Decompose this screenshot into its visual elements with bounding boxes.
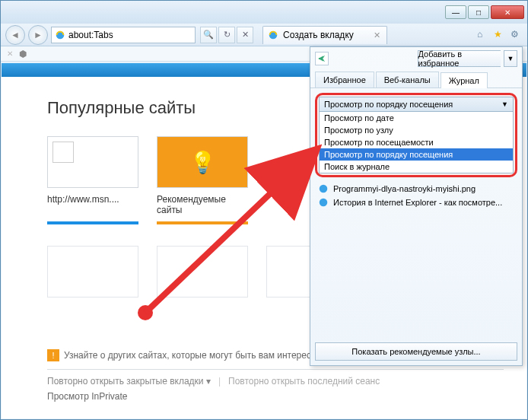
address-bar[interactable]: about:Tabs (51, 27, 196, 43)
svg-point-2 (320, 185, 328, 193)
ie-icon (268, 30, 278, 40)
tip-text: Узнайте о других сайтах, которые могут б… (64, 350, 323, 361)
close-icon[interactable]: ✕ (7, 49, 13, 58)
tile-label: http://www.msn.... (47, 194, 138, 215)
tab-title: Создать вкладку (283, 30, 354, 40)
site-tile[interactable]: 💡 Рекомендуемые сайты (157, 136, 248, 224)
toolbar: ◄ ► about:Tabs 🔍 ↻ ✕ Создать вкладку ✕ ⌂… (1, 24, 527, 46)
pin-button[interactable]: ⮜ (315, 52, 329, 65)
sort-option[interactable]: Просмотр по посещаемости (320, 136, 513, 148)
history-item[interactable]: Programmyi-dlya-nastroyki-myishi.png (315, 182, 517, 196)
history-item-label: История в Internet Explorer - как посмот… (333, 198, 502, 207)
favorites-panel: ⮜ Добавить в избранное ▼ Избранное Веб-к… (310, 46, 523, 366)
browser-tab[interactable]: Создать вкладку ✕ (262, 26, 387, 44)
reopen-last-link: Повторно открыть последний сеанс (228, 376, 380, 387)
sort-dropdown[interactable]: Просмотр по порядку посещения ▼ (319, 97, 514, 112)
sort-option[interactable]: Просмотр по порядку посещения (320, 148, 513, 161)
ie-icon (318, 197, 329, 208)
back-button[interactable]: ◄ (5, 25, 25, 45)
empty-tile[interactable] (47, 246, 138, 298)
inprivate-link[interactable]: Просмотр InPrivate (47, 391, 128, 402)
minimize-button[interactable]: — (445, 5, 466, 19)
tile-label: Рекомендуемые сайты (157, 194, 248, 215)
favorites-icon[interactable]: ★ (494, 29, 506, 41)
ie-icon (55, 30, 65, 40)
sort-option[interactable]: Поиск в журнале (320, 161, 513, 173)
forward-button[interactable]: ► (28, 25, 48, 45)
add-favorite-button[interactable]: Добавить в избранное (418, 50, 501, 67)
recommend-button[interactable]: Показать рекомендуемые узлы... (315, 342, 517, 361)
address-text: about:Tabs (68, 30, 113, 40)
close-button[interactable]: ✕ (491, 5, 524, 19)
sort-option[interactable]: Просмотр по узлу (320, 124, 513, 136)
search-button[interactable]: 🔍 (200, 27, 217, 43)
tab-feeds[interactable]: Веб-каналы (376, 72, 439, 88)
empty-tile[interactable] (157, 246, 248, 298)
shield-icon[interactable]: ⬢ (19, 49, 27, 59)
site-tile[interactable]: http://www.msn.... (47, 136, 138, 224)
sort-dropdown-highlight: Просмотр по порядку посещения ▼ Просмотр… (315, 93, 517, 177)
refresh-button[interactable]: ↻ (218, 27, 235, 43)
history-item-label: Programmyi-dlya-nastroyki-myishi.png (333, 184, 476, 193)
chevron-down-icon: ▼ (501, 100, 508, 108)
tab-favorites[interactable]: Избранное (315, 72, 374, 88)
stop-button[interactable]: ✕ (237, 27, 253, 43)
sort-selected: Просмотр по порядку посещения (324, 100, 453, 109)
browser-window: — □ ✕ ◄ ► about:Tabs 🔍 ↻ ✕ Создать вклад… (0, 0, 528, 420)
maximize-button[interactable]: □ (468, 5, 489, 19)
sort-option[interactable]: Просмотр по дате (320, 112, 513, 124)
tab-history[interactable]: Журнал (441, 72, 488, 88)
ie-icon (318, 183, 329, 194)
reopen-closed-link[interactable]: Повторно открыть закрытые вкладки ▾ (47, 376, 211, 387)
titlebar: — □ ✕ (1, 1, 527, 24)
tab-close-icon[interactable]: ✕ (374, 30, 380, 40)
sort-dropdown-list: Просмотр по дате Просмотр по узлу Просмо… (319, 112, 514, 173)
home-icon[interactable]: ⌂ (477, 29, 489, 41)
history-item[interactable]: История в Internet Explorer - как посмот… (315, 196, 517, 209)
tools-icon[interactable]: ⚙ (511, 29, 523, 41)
bulb-icon: ! (47, 349, 59, 361)
add-favorite-dropdown[interactable]: ▼ (504, 50, 517, 67)
panel-tabs: Избранное Веб-каналы Журнал (310, 70, 522, 88)
svg-point-3 (320, 199, 328, 207)
